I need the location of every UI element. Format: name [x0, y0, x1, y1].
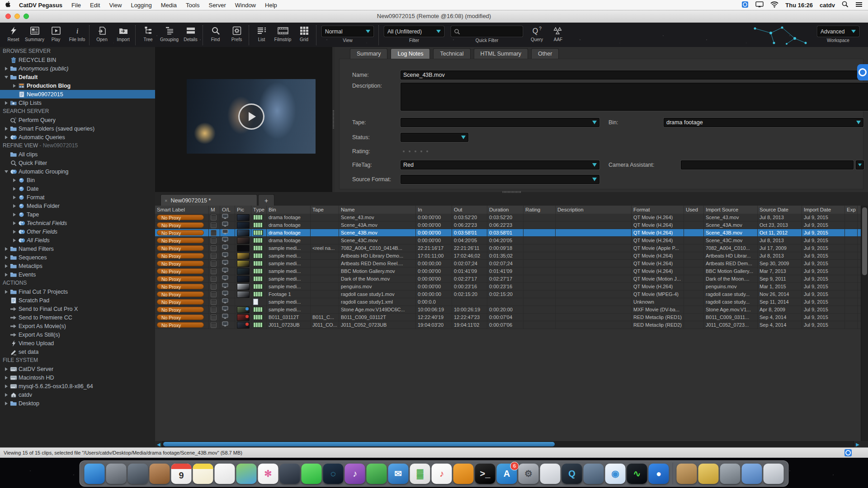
- tree-button[interactable]: Tree: [137, 25, 159, 42]
- sidebar-item-tape[interactable]: Tape: [0, 210, 155, 219]
- dock-icon-launchpad[interactable]: [106, 464, 127, 484]
- disclosure-right-icon[interactable]: [4, 127, 9, 131]
- dock-icon-calendar[interactable]: 9: [171, 464, 192, 484]
- disclosure-right-icon[interactable]: [12, 239, 17, 242]
- disclosure-right-icon[interactable]: [4, 402, 9, 405]
- sidebar-item-export-as-movie-s[interactable]: Export As Movie(s): [0, 322, 155, 330]
- disclosure-right-icon[interactable]: [12, 221, 17, 225]
- table-row[interactable]: No Proxydrama footageScene_43B.mov0:00:0…: [155, 229, 861, 237]
- dock-icon-folder[interactable]: [698, 464, 719, 484]
- dock-icon-safari[interactable]: ◉: [605, 464, 626, 484]
- disclosure-right-icon[interactable]: [4, 247, 9, 251]
- video-preview[interactable]: [187, 79, 316, 154]
- table-row[interactable]: No Proxysample medi...ragdoll case study…: [155, 298, 861, 306]
- dock-icon-screenshot-app[interactable]: [128, 464, 148, 484]
- media-checkbox[interactable]: [211, 245, 217, 251]
- media-checkbox[interactable]: [211, 299, 217, 305]
- column-header-exp[interactable]: Exp: [845, 206, 858, 214]
- dock-icon-terminal[interactable]: >_: [475, 464, 495, 484]
- grouping-button[interactable]: Grouping: [159, 25, 180, 42]
- grid-button[interactable]: Grid: [293, 25, 315, 42]
- quick-filter-input[interactable]: [460, 28, 520, 35]
- disclosure-right-icon[interactable]: [4, 101, 9, 105]
- table-row[interactable]: No Proxysample medi...BBC Motion Gallery…: [155, 267, 861, 275]
- disclosure-right-icon[interactable]: [4, 376, 9, 380]
- sidebar-item-all-clips[interactable]: All clips: [0, 150, 155, 159]
- tab-technical[interactable]: Technical: [433, 48, 470, 59]
- disclosure-right-icon[interactable]: [12, 84, 17, 88]
- disclosure-right-icon[interactable]: [4, 264, 9, 268]
- sidebar-item-macintosh-hd[interactable]: Macintosh HD: [0, 373, 155, 382]
- dock-icon-contacts[interactable]: [150, 464, 170, 484]
- table-row[interactable]: No Proxysample medi...Artbeats RED Demo …: [155, 260, 861, 267]
- sidebar-item-production-blog[interactable]: Production Blog: [0, 81, 155, 90]
- menu-media[interactable]: Media: [161, 2, 177, 9]
- media-checkbox[interactable]: [211, 253, 217, 259]
- table-row[interactable]: No ProxyJ011_0723UBJ011_CO...J011_C052_0…: [155, 321, 861, 329]
- disclosure-right-icon[interactable]: [12, 230, 17, 234]
- horizontal-scroll-thumb[interactable]: [163, 442, 555, 446]
- status-dropdown[interactable]: [401, 133, 468, 142]
- column-header-pic[interactable]: Pic: [235, 206, 251, 214]
- table-row[interactable]: No Proxydrama footageScene_43C.mov0:00:0…: [155, 237, 861, 244]
- disclosure-right-icon[interactable]: [4, 393, 9, 397]
- column-header-description[interactable]: Description: [556, 206, 632, 214]
- dock-icon-catdv[interactable]: ◌: [323, 464, 344, 484]
- dock-icon-maps[interactable]: [236, 464, 257, 484]
- sidebar-item-metaclips[interactable]: Metaclips: [0, 262, 155, 270]
- dock-icon-music[interactable]: ♪: [432, 464, 452, 484]
- horizontal-scrollbar[interactable]: ◀ ▶: [155, 441, 861, 447]
- menu-tools[interactable]: Tools: [186, 2, 199, 9]
- sidebar-item-send-to-premiere-cc[interactable]: Send to Premiere CC: [0, 313, 155, 322]
- teamviewer-status-icon[interactable]: [844, 449, 852, 456]
- sidebar-item-perform-query[interactable]: ?Perform Query: [0, 116, 155, 124]
- sidebar-item-events[interactable]: Events: [0, 270, 155, 279]
- sidebar-item-new09072015[interactable]: New09072015: [0, 90, 155, 99]
- sidebar-item-automatic-queries[interactable]: Automatic Queries: [0, 133, 155, 141]
- disclosure-down-icon[interactable]: [4, 76, 9, 79]
- column-header-source-date[interactable]: Source Date: [758, 206, 802, 214]
- tab-log-notes[interactable]: Log Notes: [391, 48, 430, 59]
- sidebar-item-mysql-5-6-25-osx10-8-x86-64[interactable]: mysql-5.6.25-osx10.8-x86_64: [0, 382, 155, 390]
- disclosure-down-icon[interactable]: [4, 170, 9, 173]
- table-header[interactable]: Smart LabelMO/LPicTypeBinTapeNameInOutDu…: [155, 206, 861, 214]
- dock-icon-ibooks[interactable]: [453, 464, 474, 484]
- dock-icon-trash[interactable]: [764, 464, 784, 484]
- play-overlay-button[interactable]: [238, 103, 264, 130]
- media-checkbox[interactable]: [211, 268, 217, 274]
- disclosure-right-icon[interactable]: [4, 67, 9, 70]
- column-header-import-source[interactable]: Import Source: [704, 206, 758, 214]
- dock-icon-game-center[interactable]: [367, 464, 387, 484]
- table-row[interactable]: No Proxysample medi...penguins.mov0:00:0…: [155, 283, 861, 291]
- name-field[interactable]: [401, 70, 868, 80]
- column-header-rating[interactable]: Rating: [524, 206, 556, 214]
- sidebar-item-sequences[interactable]: Sequences: [0, 253, 155, 262]
- filter-dropdown[interactable]: All (Unfiltered): [384, 26, 444, 37]
- dock-icon-numbers[interactable]: ▓: [410, 464, 430, 484]
- sidebar-item-default[interactable]: Default: [0, 73, 155, 81]
- menu-edit[interactable]: Edit: [90, 2, 100, 9]
- media-checkbox[interactable]: [211, 261, 217, 267]
- tab-html-summary[interactable]: HTML Summary: [474, 48, 528, 59]
- column-header-m[interactable]: M: [209, 206, 220, 214]
- spotlight-search-icon[interactable]: [842, 1, 849, 9]
- teamviewer-side-tab[interactable]: [857, 64, 868, 80]
- table-row[interactable]: No ProxyB011_03112TB011_C...B011_C009_03…: [155, 314, 861, 321]
- camera-assistant-dropdown-button[interactable]: [856, 160, 864, 169]
- sidebar-item-bin[interactable]: Bin: [0, 176, 155, 184]
- quick-filter-search[interactable]: [451, 26, 523, 37]
- menu-help[interactable]: Help: [265, 2, 277, 9]
- media-checkbox[interactable]: [211, 314, 217, 320]
- dock-icon-archive-box[interactable]: [677, 464, 697, 484]
- sidebar-item-catdv[interactable]: catdv: [0, 390, 155, 399]
- vertical-scroll-thumb[interactable]: [862, 207, 867, 275]
- workspace-dropdown[interactable]: Advanced: [817, 26, 859, 37]
- disclosure-right-icon[interactable]: [12, 196, 17, 199]
- dock-icon-downloads-folder[interactable]: [742, 464, 762, 484]
- dock-icon-documents-stack[interactable]: [720, 464, 741, 484]
- prefs-button[interactable]: Prefs: [226, 25, 247, 42]
- file-info-button[interactable]: iFile Info: [66, 25, 88, 42]
- table-row[interactable]: No Proxydrama footageScene_43A.mov0:00:0…: [155, 221, 861, 229]
- description-field[interactable]: [401, 83, 868, 111]
- table-row[interactable]: No Proxysample medi...Dark of the Moon.m…: [155, 275, 861, 283]
